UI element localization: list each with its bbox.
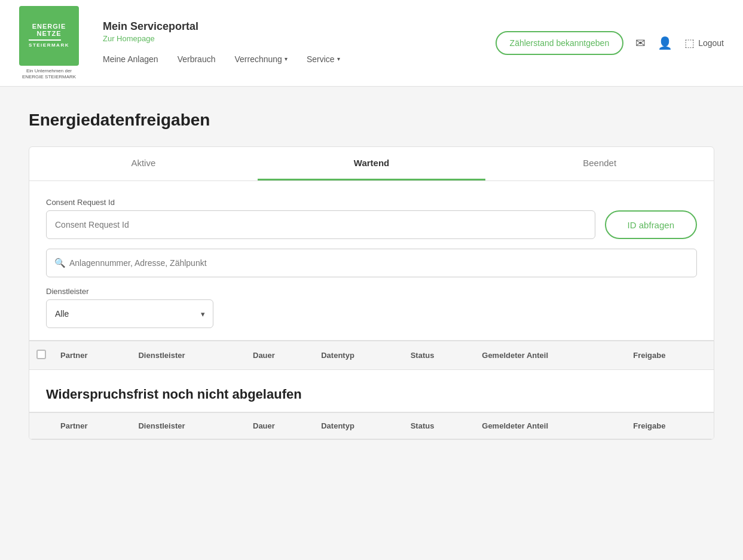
table1: Partner Dienstleister Dauer Datentyp Sta… — [29, 341, 714, 370]
header: ENERGIE NETZE STEIERMARK Ein Unternehmen… — [0, 0, 743, 87]
col-freigabe: Freigabe — [626, 341, 714, 370]
nav-label-verbrauch: Verbrauch — [178, 54, 216, 64]
col2-dienstleister: Dienstleister — [131, 413, 246, 439]
col-status: Status — [403, 341, 475, 370]
nav-label-anlagen: Meine Anlagen — [103, 54, 158, 64]
col-dauer: Dauer — [246, 341, 314, 370]
homepage-link[interactable]: Zur Homepage — [103, 34, 155, 43]
main-nav: Meine Anlagen Verbrauch Verrechnung ▾ Se… — [103, 54, 496, 66]
logo-line3: STEIERMARK — [29, 43, 69, 48]
logo-box: ENERGIE NETZE STEIERMARK — [19, 6, 79, 66]
search-row: 🔍 — [46, 249, 697, 277]
col2-status: Status — [403, 413, 475, 439]
chevron-down-icon: ▾ — [285, 56, 288, 62]
col2-dauer: Dauer — [246, 413, 314, 439]
mail-icon: ✉ — [635, 36, 646, 50]
tabs: Aktive Wartend Beendet — [29, 147, 714, 181]
search-input[interactable] — [46, 249, 697, 277]
user-button[interactable]: 👤 — [658, 36, 672, 50]
nav-label-service: Service — [307, 54, 335, 64]
col-datentyp: Datentyp — [314, 341, 403, 370]
tab-aktive-label: Aktive — [131, 158, 155, 168]
user-icon: 👤 — [658, 36, 672, 50]
nav-item-verrechnung[interactable]: Verrechnung ▾ — [234, 54, 287, 66]
col-checkbox — [29, 341, 53, 370]
nav-label-verrechnung: Verrechnung — [234, 54, 282, 64]
logout-icon: ⬚ — [684, 36, 695, 50]
nav-item-service[interactable]: Service ▾ — [307, 54, 340, 66]
main-content: Energiedatenfreigaben Aktive Wartend Bee… — [0, 87, 743, 464]
id-button[interactable]: ID abfragen — [605, 210, 697, 239]
header-center: Mein Serviceportal Zur Homepage Meine An… — [103, 20, 496, 66]
logo-line1: ENERGIE — [29, 23, 69, 30]
dienstleister-select[interactable]: Alle — [46, 299, 213, 328]
zaehler-button[interactable]: Zählerstand bekanntgeben — [496, 31, 624, 55]
main-card: Aktive Wartend Beendet Consent Request I… — [29, 146, 714, 440]
consent-label: Consent Request Id — [46, 198, 697, 207]
portal-title: Mein Serviceportal — [103, 20, 496, 33]
col-gemeldeter-anteil: Gemeldeter Anteil — [475, 341, 626, 370]
tab-beendet[interactable]: Beendet — [485, 147, 714, 180]
table1-wrap: Partner Dienstleister Dauer Datentyp Sta… — [29, 340, 714, 370]
search-wrap: 🔍 — [46, 249, 697, 277]
logo-line2: NETZE — [29, 30, 69, 37]
nav-item-verbrauch[interactable]: Verbrauch — [178, 54, 216, 66]
logout-button[interactable]: ⬚ Logout — [684, 36, 724, 50]
chevron-down-icon: ▾ — [337, 56, 340, 62]
col2-freigabe: Freigabe — [626, 413, 714, 439]
table2-wrap: Partner Dienstleister Dauer Datentyp Sta… — [29, 412, 714, 439]
dienstleister-wrap: Alle ▾ — [46, 299, 213, 328]
col-dienstleister: Dienstleister — [131, 341, 246, 370]
consent-row: ID abfragen — [46, 210, 697, 239]
dienstleister-label: Dienstleister — [46, 287, 697, 296]
consent-input[interactable] — [46, 210, 595, 239]
nav-item-anlagen[interactable]: Meine Anlagen — [103, 54, 158, 66]
table1-header: Partner Dienstleister Dauer Datentyp Sta… — [29, 341, 714, 370]
logout-label: Logout — [698, 38, 724, 48]
col2-partner: Partner — [53, 413, 131, 439]
select-all-checkbox[interactable] — [36, 350, 46, 359]
col2-datentyp: Datentyp — [314, 413, 403, 439]
col-partner: Partner — [53, 341, 131, 370]
logo-area: ENERGIE NETZE STEIERMARK Ein Unternehmen… — [19, 6, 79, 81]
search-icon: 🔍 — [54, 258, 66, 268]
table2-header: Partner Dienstleister Dauer Datentyp Sta… — [29, 413, 714, 439]
header-actions: Zählerstand bekanntgeben ✉ 👤 ⬚ Logout — [496, 31, 724, 55]
logo-subtitle: Ein Unternehmen der ENERGIE STEIERMARK — [22, 68, 76, 81]
tab-wartend-label: Wartend — [354, 158, 389, 168]
filter-section: Consent Request Id ID abfragen 🔍 Dienstl… — [29, 181, 714, 340]
tab-aktive[interactable]: Aktive — [29, 147, 258, 180]
col2-checkbox — [29, 413, 53, 439]
section-heading-area: Widerspruchsfrist noch nicht abgelaufen — [29, 370, 714, 402]
tab-wartend[interactable]: Wartend — [258, 147, 486, 180]
page-title: Energiedatenfreigaben — [29, 111, 714, 130]
table2: Partner Dienstleister Dauer Datentyp Sta… — [29, 412, 714, 439]
mail-button[interactable]: ✉ — [635, 36, 646, 50]
logo-divider — [29, 39, 61, 41]
col2-gemeldeter-anteil: Gemeldeter Anteil — [475, 413, 626, 439]
tab-beendet-label: Beendet — [583, 158, 616, 168]
logo-top: ENERGIE NETZE STEIERMARK — [29, 23, 69, 48]
section-heading: Widerspruchsfrist noch nicht abgelaufen — [46, 387, 697, 402]
